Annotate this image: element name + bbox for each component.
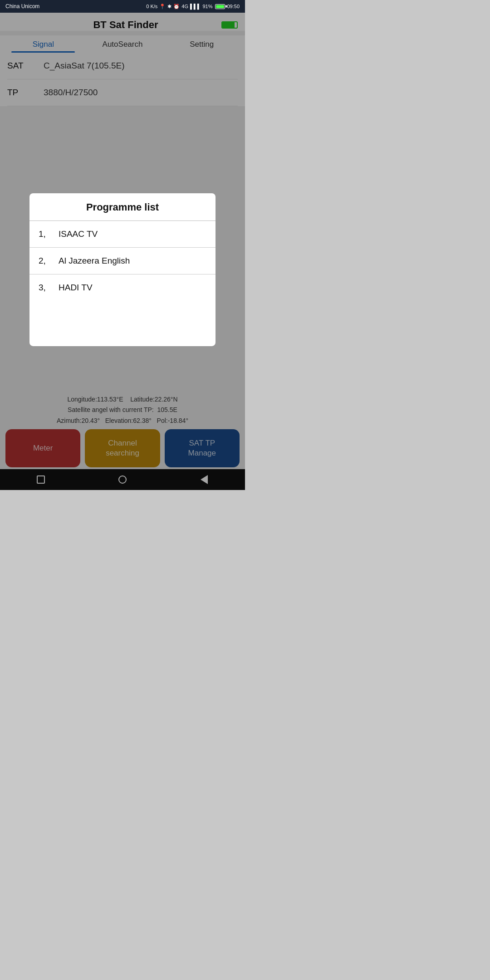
location-icon: 📍	[159, 4, 166, 10]
battery-icon	[215, 4, 225, 9]
program-item-1[interactable]: 1, ISAAC TV	[29, 221, 216, 248]
carrier-label: China Unicom	[5, 3, 39, 10]
program-num-1: 1,	[39, 229, 52, 239]
alarm-icon: ⏰	[173, 4, 180, 10]
signal-icon: ▌▌▌	[190, 4, 201, 9]
program-item-2[interactable]: 2, Al Jazeera English	[29, 248, 216, 274]
program-name-1: ISAAC TV	[59, 229, 98, 239]
speed-label: 0 K/s	[146, 4, 157, 9]
program-num-2: 2,	[39, 256, 52, 266]
program-list: 1, ISAAC TV 2, Al Jazeera English 3, HAD…	[29, 221, 216, 301]
status-icons: 0 K/s 📍 ✱ ⏰ 4G ▌▌▌ 91% 09:50	[146, 4, 240, 10]
dialog-empty-space	[29, 301, 216, 346]
time-label: 09:50	[227, 4, 240, 9]
programme-list-dialog: Programme list 1, ISAAC TV 2, Al Jazeera…	[29, 193, 216, 346]
program-item-3[interactable]: 3, HADI TV	[29, 274, 216, 301]
network-label: 4G	[181, 4, 188, 9]
dialog-title: Programme list	[29, 193, 216, 221]
program-name-3: HADI TV	[59, 283, 93, 293]
program-num-3: 3,	[39, 283, 52, 293]
status-bar: China Unicom 0 K/s 📍 ✱ ⏰ 4G ▌▌▌ 91% 09:5…	[0, 0, 245, 13]
bluetooth-icon: ✱	[167, 4, 172, 10]
battery-percent: 91%	[202, 4, 212, 9]
program-name-2: Al Jazeera English	[59, 256, 130, 266]
app-background: BT Sat Finder Signal AutoSearch Setting …	[0, 13, 245, 490]
